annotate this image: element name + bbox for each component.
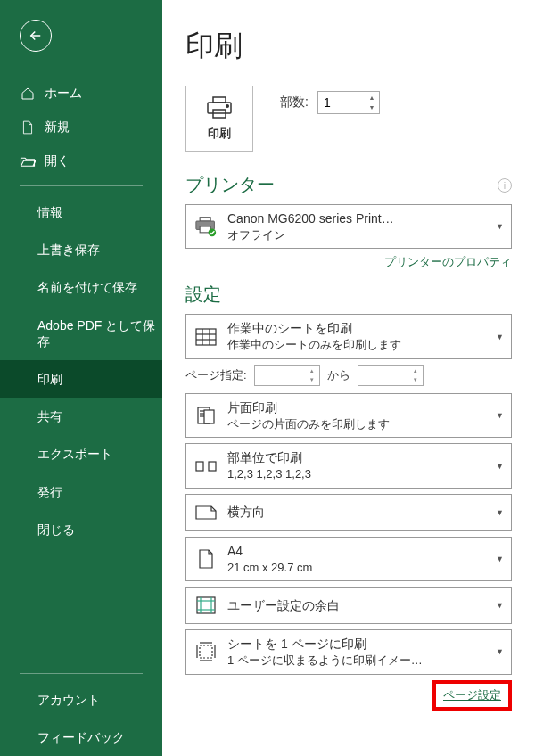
backstage-sidebar: ホーム 新規 開く 情報 上書き保存 名前を付けて保存 Adobe PDF とし… [0, 0, 162, 756]
nav-home[interactable]: ホーム [0, 77, 162, 111]
collate-icon [193, 454, 218, 479]
folder-open-icon [20, 153, 36, 169]
chevron-down-icon: ▼ [496, 462, 504, 471]
print-panel: 印刷 印刷 部数: ▲▼ プリンター i [162, 0, 535, 756]
print-button[interactable]: 印刷 [185, 86, 253, 152]
spinner-up-icon[interactable]: ▲ [305, 366, 319, 375]
svg-rect-5 [200, 218, 210, 221]
svg-rect-26 [200, 645, 212, 658]
fit-to-page-icon [193, 639, 218, 664]
nav-overwrite-save[interactable]: 上書き保存 [0, 231, 162, 268]
spinner-down-icon[interactable]: ▼ [365, 103, 379, 112]
page-icon [193, 546, 218, 571]
pages-label: ページ指定: [185, 367, 247, 383]
home-icon [20, 86, 36, 102]
nav-feedback[interactable]: フィードバック [0, 719, 162, 756]
svg-point-4 [226, 105, 229, 108]
chevron-down-icon: ▼ [496, 508, 504, 517]
orientation-dropdown[interactable]: 横方向 ▼ [185, 494, 512, 531]
nav-publish[interactable]: 発行 [0, 473, 162, 511]
info-icon[interactable]: i [498, 178, 512, 193]
nav-save-as[interactable]: 名前を付けて保存 [0, 268, 162, 306]
nav-open[interactable]: 開く [0, 144, 162, 178]
printer-name: Canon MG6200 series Print… [227, 210, 483, 227]
printer-icon [205, 95, 234, 120]
print-button-label: 印刷 [208, 126, 231, 142]
divider [20, 185, 143, 186]
printer-properties-link[interactable]: プリンターのプロパティ [384, 255, 512, 268]
scaling-dropdown[interactable]: シートを 1 ページに印刷 1 ページに収まるように印刷イメー… ▼ [185, 629, 512, 674]
nav-export[interactable]: エクスポート [0, 435, 162, 472]
nav-home-label: ホーム [45, 86, 82, 102]
pages-from-input[interactable]: ▲▼ [254, 365, 320, 386]
spinner-down-icon[interactable]: ▼ [305, 375, 319, 384]
nav-open-label: 開く [45, 153, 70, 169]
chevron-down-icon: ▼ [496, 555, 504, 563]
print-area-dropdown[interactable]: 作業中のシートを印刷 作業中のシートのみを印刷します ▼ [185, 314, 512, 358]
page-setup-link[interactable]: ページ設定 [443, 688, 501, 702]
arrow-left-icon [28, 28, 44, 44]
margins-icon [193, 593, 218, 618]
printer-status-icon [193, 214, 218, 239]
spinner-up-icon[interactable]: ▲ [408, 366, 423, 375]
svg-rect-19 [196, 462, 203, 471]
svg-rect-21 [197, 597, 215, 613]
back-button[interactable] [20, 20, 52, 52]
spinner-up-icon[interactable]: ▲ [365, 93, 379, 103]
copies-label: 部数: [280, 94, 309, 111]
chevron-down-icon: ▼ [496, 222, 504, 231]
svg-rect-9 [196, 329, 216, 345]
nav-new-label: 新規 [45, 119, 70, 136]
landscape-icon [193, 500, 218, 525]
nav-adobe-pdf[interactable]: Adobe PDF として保存 [0, 307, 162, 360]
page-setup-highlight: ページ設定 [432, 680, 512, 711]
chevron-down-icon: ▼ [496, 411, 504, 420]
paper-size-dropdown[interactable]: A4 21 cm x 29.7 cm ▼ [185, 537, 512, 581]
chevron-down-icon: ▼ [496, 647, 504, 656]
settings-section-header: 設定 [185, 283, 512, 307]
svg-rect-20 [209, 462, 216, 471]
sheet-grid-icon [193, 325, 218, 349]
one-sided-dropdown[interactable]: 片面印刷 ページの片面のみを印刷します ▼ [185, 393, 512, 438]
divider [20, 673, 143, 674]
nav-share[interactable]: 共有 [0, 398, 162, 435]
collate-dropdown[interactable]: 部単位で印刷 1,2,3 1,2,3 1,2,3 ▼ [185, 443, 512, 488]
svg-rect-18 [204, 410, 214, 423]
printer-section-header: プリンター i [185, 173, 512, 197]
chevron-down-icon: ▼ [496, 333, 504, 341]
nav-info[interactable]: 情報 [0, 193, 162, 231]
copies-input[interactable] [318, 92, 365, 113]
margins-dropdown[interactable]: ユーザー設定の余白 ▼ [185, 587, 512, 624]
nav-new[interactable]: 新規 [0, 111, 162, 144]
pages-to-input[interactable]: ▲▼ [358, 365, 424, 386]
new-file-icon [20, 119, 36, 136]
pages-separator: から [327, 367, 350, 383]
page-range-row: ページ指定: ▲▼ から ▲▼ [185, 365, 512, 386]
single-page-icon [193, 403, 218, 428]
printer-status: オフライン [227, 227, 483, 243]
chevron-down-icon: ▼ [496, 601, 504, 610]
printer-dropdown[interactable]: Canon MG6200 series Print… オフライン ▼ [185, 204, 512, 249]
copies-spinner[interactable]: ▲▼ [317, 91, 380, 114]
nav-print[interactable]: 印刷 [0, 360, 162, 398]
page-title: 印刷 [185, 27, 512, 66]
nav-close[interactable]: 閉じる [0, 511, 162, 548]
nav-account[interactable]: アカウント [0, 681, 162, 719]
spinner-down-icon[interactable]: ▼ [408, 375, 423, 384]
svg-rect-1 [213, 97, 226, 103]
